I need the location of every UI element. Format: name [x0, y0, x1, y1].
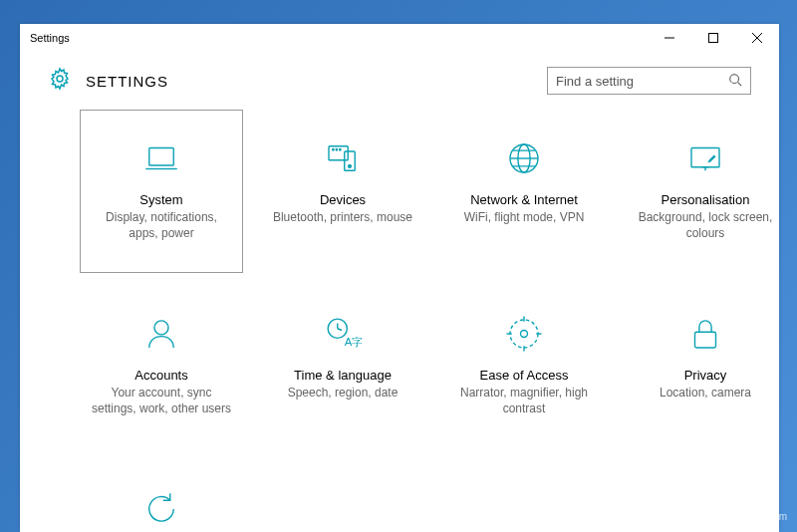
time-language-icon: A字	[322, 308, 364, 360]
settings-grid: SystemDisplay, notifications, apps, powe…	[80, 110, 759, 532]
page-title: SETTINGS	[86, 73, 168, 90]
minimize-icon	[664, 33, 674, 43]
globe-icon	[503, 133, 545, 184]
tile-desc: Location, camera	[660, 385, 751, 400]
svg-line-6	[738, 82, 742, 86]
search-input[interactable]	[556, 74, 728, 89]
tile-desc: Narrator, magnifier, high contrast	[453, 385, 595, 416]
tile-system[interactable]: SystemDisplay, notifications, apps, powe…	[80, 110, 243, 273]
privacy-icon	[684, 308, 726, 360]
svg-rect-18	[691, 148, 719, 167]
window-controls	[648, 24, 779, 52]
ease-of-access-icon	[503, 308, 545, 360]
svg-text:A字: A字	[345, 336, 364, 348]
tile-personalisation[interactable]: PersonalisationBackground, lock screen, …	[624, 110, 779, 273]
tile-title: Ease of Access	[480, 368, 569, 383]
minimize-button[interactable]	[648, 24, 691, 52]
svg-point-27	[521, 331, 528, 338]
personalisation-icon	[684, 133, 726, 184]
tile-title: Accounts	[134, 368, 187, 383]
svg-rect-32	[695, 332, 716, 348]
tile-time-language[interactable]: A字Time & languageSpeech, region, date	[261, 285, 424, 448]
svg-point-5	[730, 74, 739, 83]
gear-icon	[48, 67, 72, 95]
tile-desc: Your account, sync settings, work, other…	[91, 385, 232, 416]
content-area: SystemDisplay, notifications, apps, powe…	[20, 110, 779, 532]
tile-desc: Speech, region, date	[288, 385, 398, 400]
svg-point-13	[336, 149, 337, 150]
tile-desc: Background, lock screen, colours	[635, 209, 776, 241]
search-icon	[728, 73, 742, 90]
settings-window: Settings SETTINGS SystemDisplay, notific…	[20, 24, 779, 532]
tile-title: Privacy	[684, 368, 727, 383]
tile-title: Network & Internet	[470, 192, 578, 207]
svg-point-26	[510, 320, 538, 348]
svg-point-21	[154, 321, 168, 335]
svg-point-11	[349, 165, 352, 168]
svg-point-4	[57, 76, 63, 82]
tile-desc: Bluetooth, printers, mouse	[273, 209, 412, 225]
svg-rect-7	[149, 148, 174, 166]
tile-devices[interactable]: DevicesBluetooth, printers, mouse	[261, 110, 424, 273]
watermark: wsxdn.com	[737, 511, 787, 522]
svg-point-12	[333, 149, 334, 150]
titlebar: Settings	[20, 24, 779, 52]
svg-point-14	[340, 149, 341, 150]
update-icon	[140, 483, 182, 532]
tile-desc: WiFi, flight mode, VPN	[464, 209, 585, 225]
tile-update-security[interactable]: Update & security	[80, 460, 243, 532]
tile-title: Time & language	[294, 368, 392, 383]
maximize-icon	[708, 33, 718, 43]
search-box[interactable]	[547, 67, 751, 95]
tile-title: Personalisation	[662, 192, 750, 207]
close-button[interactable]	[735, 24, 779, 52]
window-title: Settings	[30, 32, 70, 44]
devices-icon	[322, 133, 364, 184]
tile-accounts[interactable]: AccountsYour account, sync settings, wor…	[80, 285, 243, 448]
tile-desc: Display, notifications, apps, power	[91, 209, 232, 241]
accounts-icon	[140, 308, 182, 360]
tile-title: Devices	[320, 192, 366, 207]
svg-rect-1	[709, 34, 718, 43]
close-icon	[752, 33, 762, 43]
maximize-button[interactable]	[691, 24, 735, 52]
laptop-icon	[140, 133, 182, 184]
tile-privacy[interactable]: PrivacyLocation, camera	[624, 285, 779, 448]
tile-network-internet[interactable]: Network & InternetWiFi, flight mode, VPN	[442, 110, 606, 273]
tile-title: System	[139, 192, 182, 207]
header: SETTINGS	[20, 52, 779, 110]
svg-line-24	[338, 329, 342, 331]
tile-ease-of-access[interactable]: Ease of AccessNarrator, magnifier, high …	[442, 285, 606, 448]
